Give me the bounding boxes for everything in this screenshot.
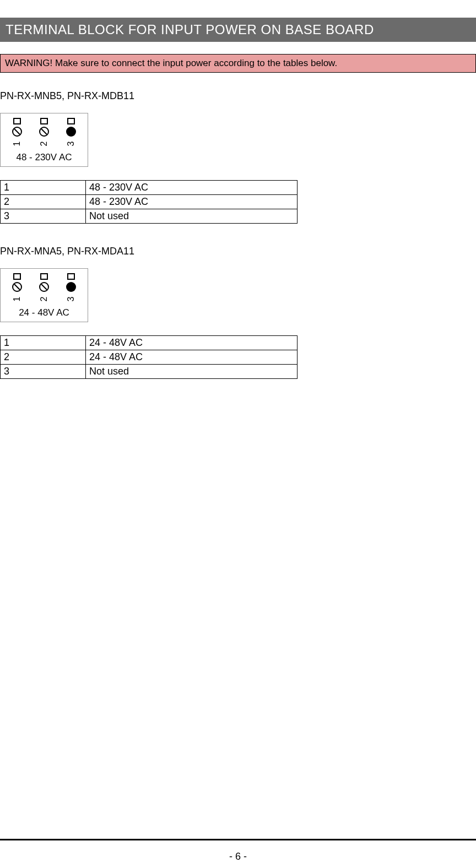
pin-cell: 2 (1, 350, 86, 365)
pin-number-2: 2 (39, 139, 49, 149)
section1-heading: PN-RX-MNB5, PN-RX-MDB11 (0, 90, 476, 102)
desc-cell: Not used (86, 365, 298, 379)
pin-number-3: 3 (66, 294, 76, 304)
table-row: 3 Not used (1, 365, 298, 379)
square-pin-icon (13, 118, 21, 124)
pin-number-3: 3 (66, 139, 76, 149)
table-row: 2 48 - 230V AC (1, 195, 298, 209)
diagram-numbers-row: 1 2 3 (4, 294, 84, 304)
footer-divider (0, 839, 476, 840)
terminal-empty-icon (12, 127, 22, 137)
voltage-label-2: 24 - 48V AC (4, 307, 84, 318)
square-pin-icon (40, 118, 48, 124)
pin-cell: 2 (1, 195, 86, 209)
pin-cell: 3 (1, 209, 86, 224)
pin-cell: 1 (1, 181, 86, 195)
square-pin-icon (67, 273, 75, 280)
page-number: - 6 - (0, 851, 476, 862)
desc-cell: 48 - 230V AC (86, 195, 298, 209)
terminal-empty-icon (12, 282, 22, 292)
terminal-diagram-2: 1 2 3 24 - 48V AC (0, 268, 88, 322)
warning-banner: WARNING! Make sure to connect the input … (0, 54, 476, 73)
page-header: TERMINAL BLOCK FOR INPUT POWER ON BASE B… (0, 18, 476, 42)
desc-cell: 24 - 48V AC (86, 350, 298, 365)
square-pin-icon (13, 273, 21, 280)
terminal-diagram-1: 1 2 3 48 - 230V AC (0, 113, 88, 167)
terminal-empty-icon (39, 127, 49, 137)
pin-cell: 3 (1, 365, 86, 379)
pin-number-1: 1 (12, 294, 22, 304)
diagram-pins-row (4, 118, 84, 124)
terminal-empty-icon (39, 282, 49, 292)
desc-cell: 48 - 230V AC (86, 181, 298, 195)
desc-cell: 24 - 48V AC (86, 336, 298, 350)
table-row: 3 Not used (1, 209, 298, 224)
pin-table-1: 1 48 - 230V AC 2 48 - 230V AC 3 Not used (0, 180, 298, 224)
square-pin-icon (40, 273, 48, 280)
terminal-filled-icon (66, 282, 76, 292)
pin-table-2: 1 24 - 48V AC 2 24 - 48V AC 3 Not used (0, 335, 298, 379)
diagram-numbers-row: 1 2 3 (4, 139, 84, 149)
diagram-circles-row (4, 282, 84, 292)
table-row: 2 24 - 48V AC (1, 350, 298, 365)
pin-number-1: 1 (12, 139, 22, 149)
terminal-filled-icon (66, 127, 76, 137)
pin-cell: 1 (1, 336, 86, 350)
diagram-pins-row (4, 273, 84, 280)
square-pin-icon (67, 118, 75, 124)
table-row: 1 24 - 48V AC (1, 336, 298, 350)
table-row: 1 48 - 230V AC (1, 181, 298, 195)
desc-cell: Not used (86, 209, 298, 224)
pin-number-2: 2 (39, 294, 49, 304)
section2-heading: PN-RX-MNA5, PN-RX-MDA11 (0, 246, 476, 257)
voltage-label-1: 48 - 230V AC (4, 152, 84, 163)
diagram-circles-row (4, 127, 84, 137)
